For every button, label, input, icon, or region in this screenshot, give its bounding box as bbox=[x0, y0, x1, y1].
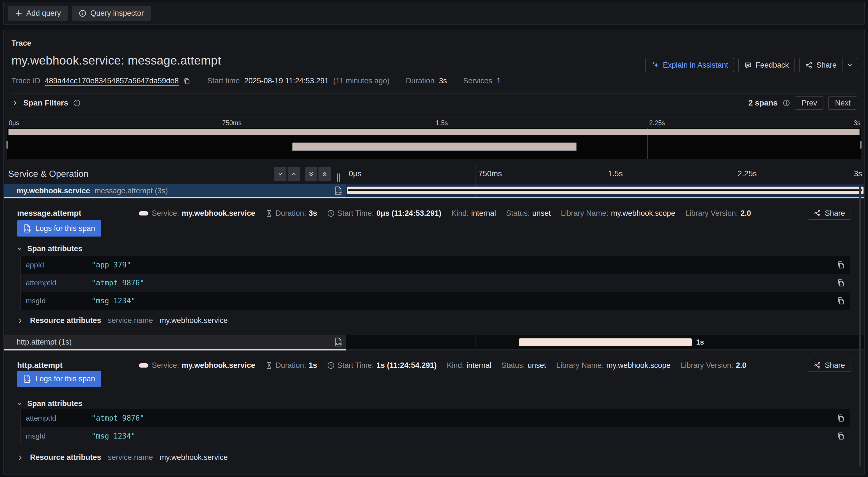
logs-for-span-button[interactable]: LOG Logs for this span bbox=[17, 371, 101, 387]
copy-attribute-button[interactable] bbox=[837, 296, 845, 305]
chevron-right-icon bbox=[17, 454, 23, 461]
span-logs-button[interactable]: LOG bbox=[334, 186, 343, 196]
feedback-button[interactable]: Feedback bbox=[738, 58, 795, 72]
tick-label: 750ms bbox=[478, 169, 502, 178]
add-query-button[interactable]: Add query bbox=[8, 6, 68, 21]
attribute-row: appId "app_379" bbox=[21, 256, 850, 274]
span-logs-button[interactable]: LOG bbox=[334, 337, 343, 347]
expand-all-button[interactable] bbox=[318, 167, 331, 181]
svg-text:LOG: LOG bbox=[25, 229, 31, 232]
minimap-left-handle[interactable] bbox=[6, 141, 8, 149]
service-color-chip bbox=[139, 363, 148, 367]
span-attributes-toggle[interactable]: Span attributes bbox=[17, 399, 83, 408]
expand-one-button[interactable] bbox=[287, 167, 300, 181]
share-label: Share bbox=[825, 209, 845, 218]
minimap-span-bar-child bbox=[292, 143, 577, 151]
copy-icon bbox=[183, 77, 191, 85]
collapse-controls bbox=[274, 167, 331, 181]
minimap-right-handle[interactable] bbox=[860, 141, 862, 149]
divider bbox=[11, 93, 857, 94]
span-attributes-table: appId "app_379" attemptId "atmpt_9876" m… bbox=[21, 256, 850, 310]
query-inspector-button[interactable]: Query inspector bbox=[72, 6, 151, 21]
status-value: unset bbox=[532, 209, 551, 218]
feedback-label: Feedback bbox=[755, 61, 789, 69]
clock-icon bbox=[327, 362, 335, 369]
share-label: Share bbox=[816, 61, 837, 69]
attribute-key: attemptId bbox=[21, 279, 91, 287]
chevron-right-icon bbox=[17, 318, 23, 324]
service-item: Service: my.webhook.service bbox=[152, 361, 255, 370]
library-version-value: 2.0 bbox=[741, 209, 751, 218]
panel-title: Trace bbox=[11, 39, 31, 48]
service-operation-title: Service & Operation bbox=[8, 169, 88, 179]
comment-icon bbox=[744, 61, 752, 69]
library-name-label: Library Name: bbox=[556, 361, 604, 370]
share-icon bbox=[814, 210, 821, 217]
share-span-button[interactable]: Share bbox=[808, 207, 851, 220]
resource-attributes-label: Resource attributes bbox=[30, 453, 101, 462]
explain-in-assistant-button[interactable]: Explain in Assistant bbox=[646, 58, 734, 72]
copy-icon bbox=[837, 431, 845, 441]
span-attributes-toggle[interactable]: Span attributes bbox=[17, 244, 83, 253]
duration-label: Duration: bbox=[276, 209, 306, 218]
span-operation-name: http.attempt (1s) bbox=[17, 338, 72, 347]
copy-attribute-button[interactable] bbox=[837, 414, 845, 423]
library-name-value: my.webhook.scope bbox=[611, 209, 675, 218]
kind-item: Kind: internal bbox=[446, 361, 491, 370]
span-row-http-attempt[interactable]: http.attempt (1s) LOG 1s bbox=[4, 335, 864, 351]
kind-value: internal bbox=[467, 361, 492, 370]
status-label: Status: bbox=[502, 361, 525, 370]
prev-span-button[interactable]: Prev bbox=[795, 96, 824, 110]
logs-for-span-label: Logs for this span bbox=[35, 375, 95, 383]
collapse-one-button[interactable] bbox=[274, 167, 286, 181]
start-time-value: 0μs (11:24:53.291) bbox=[376, 209, 441, 218]
library-version-item: Library Version: 2.0 bbox=[681, 361, 746, 370]
library-version-label: Library Version: bbox=[685, 209, 738, 218]
duration-value: 3s bbox=[309, 209, 317, 218]
copy-attribute-button[interactable] bbox=[837, 431, 845, 441]
status-item: Status: unset bbox=[502, 361, 546, 370]
span-bar-http-attempt[interactable] bbox=[519, 338, 691, 346]
plus-icon bbox=[15, 9, 23, 17]
resource-attributes-toggle[interactable]: Resource attributes service.name my.webh… bbox=[17, 453, 228, 462]
tick-label: 3s bbox=[854, 169, 862, 178]
duration-label: Duration bbox=[406, 77, 434, 85]
resource-attributes-toggle[interactable]: Resource attributes service.name my.webh… bbox=[17, 316, 228, 325]
logs-for-span-button[interactable]: LOG Logs for this span bbox=[17, 220, 101, 237]
query-editor-bar: Add query Query inspector bbox=[3, 2, 865, 25]
span-row-message-attempt[interactable]: my.webhook.service message.attempt (3s) … bbox=[4, 184, 864, 198]
minimap-span-bar-full bbox=[8, 129, 860, 135]
span-filters-toggle[interactable]: Span Filters bbox=[11, 98, 81, 108]
share-icon bbox=[805, 61, 813, 69]
duration-item: Duration: 3s bbox=[266, 209, 317, 218]
copy-icon bbox=[837, 260, 845, 269]
copy-trace-id-button[interactable] bbox=[183, 77, 191, 85]
span-filters-row: Span Filters 2 spans Prev Next bbox=[11, 95, 857, 111]
copy-attribute-button[interactable] bbox=[837, 278, 845, 287]
status-label: Status: bbox=[506, 209, 530, 218]
minimap-tick-labels: 0μs 750ms 1.5s 2.25s 3s bbox=[7, 119, 861, 127]
info-circle-icon bbox=[73, 99, 81, 107]
chevron-down-icon bbox=[17, 246, 23, 252]
start-time-label: Start Time: bbox=[337, 361, 374, 370]
attribute-key: appId bbox=[21, 261, 91, 269]
copy-attribute-button[interactable] bbox=[837, 260, 845, 269]
collapse-all-button[interactable] bbox=[305, 167, 317, 181]
vertical-scrollbar-thumb[interactable] bbox=[859, 185, 861, 466]
service-operation-header: Service & Operation bbox=[4, 163, 346, 184]
start-time-item: Start Time: 1s (11:24:54.291) bbox=[327, 361, 436, 370]
share-span-button[interactable]: Share bbox=[808, 359, 851, 372]
attribute-row: attemptId "atmpt_9876" bbox=[21, 274, 850, 292]
column-resize-handle[interactable] bbox=[335, 173, 342, 184]
service-value: my.webhook.service bbox=[182, 209, 255, 218]
service-value: my.webhook.service bbox=[182, 361, 255, 370]
next-span-button[interactable]: Next bbox=[829, 96, 857, 110]
span-detail-message-attempt: message.attempt Service: my.webhook.serv… bbox=[4, 198, 864, 335]
double-chevron-down-icon bbox=[308, 171, 314, 177]
chevron-down-icon bbox=[17, 401, 23, 407]
trace-minimap[interactable] bbox=[7, 128, 861, 159]
share-button[interactable]: Share bbox=[800, 58, 842, 72]
share-dropdown-button[interactable] bbox=[842, 58, 857, 72]
span-bar-message-attempt[interactable] bbox=[347, 187, 864, 194]
log-document-icon: LOG bbox=[334, 337, 343, 347]
